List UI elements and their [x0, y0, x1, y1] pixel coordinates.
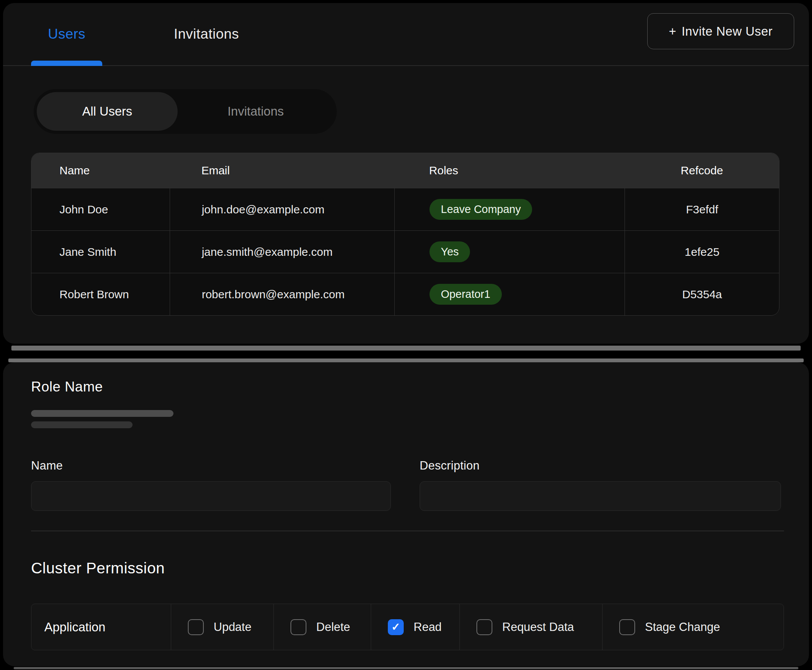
- request-data-checkbox[interactable]: ✓: [476, 619, 492, 635]
- role-card: Role Name Name Description Cluster Permi…: [3, 362, 809, 666]
- permission-row: Application ✓ Update ✓ Delete ✓ Read: [31, 604, 784, 650]
- role-description-input[interactable]: [420, 481, 781, 511]
- update-checkbox[interactable]: ✓: [188, 619, 204, 635]
- user-refcode: D5354a: [625, 273, 779, 315]
- delete-checkbox[interactable]: ✓: [290, 619, 306, 635]
- user-refcode: F3efdf: [625, 188, 779, 230]
- card-edge-divider: [8, 359, 804, 362]
- cluster-permission-title: Cluster Permission: [31, 559, 165, 577]
- role-badge[interactable]: Yes: [429, 241, 470, 262]
- role-badge[interactable]: Leave Company: [429, 199, 532, 220]
- user-name: Jane Smith: [31, 231, 170, 273]
- role-badge[interactable]: Operator1: [429, 284, 502, 305]
- plus-icon: +: [669, 24, 677, 39]
- user-name: Robert Brown: [31, 273, 170, 315]
- section-divider: [31, 531, 784, 531]
- column-header-refcode: Refcode: [625, 153, 779, 188]
- card-edge-divider: [11, 345, 801, 350]
- active-tab-indicator: [31, 61, 102, 66]
- read-checkbox[interactable]: ✓: [388, 619, 404, 635]
- role-name-input[interactable]: [31, 481, 391, 511]
- user-email: robert.brown@example.com: [170, 273, 394, 315]
- tab-bar: Users Invitations + Invite New User: [3, 3, 809, 66]
- table-row[interactable]: Robert Brown robert.brown@example.com Op…: [31, 273, 779, 315]
- stage-change-checkbox[interactable]: ✓: [619, 619, 635, 635]
- invite-new-user-button[interactable]: + Invite New User: [647, 13, 794, 49]
- skeleton-bar: [31, 410, 174, 417]
- skeleton-bar: [31, 421, 133, 428]
- table-header-row: Name Email Roles Refcode: [31, 153, 779, 188]
- user-email: jane.smith@example.com: [170, 231, 394, 273]
- permission-resource-label: Application: [31, 604, 171, 650]
- filter-all-users[interactable]: All Users: [37, 92, 177, 131]
- invite-new-user-label: Invite New User: [682, 24, 773, 39]
- permission-label: Read: [414, 620, 442, 634]
- column-header-roles: Roles: [394, 153, 625, 188]
- permission-cell-update: ✓ Update: [171, 604, 273, 650]
- column-header-email: Email: [170, 153, 394, 188]
- page: Users Invitations + Invite New User All …: [0, 0, 812, 670]
- user-refcode: 1efe25: [625, 231, 779, 273]
- roles-cell: Operator1: [394, 273, 625, 315]
- roles-cell: Leave Company: [394, 188, 625, 230]
- table-row[interactable]: Jane Smith jane.smith@example.com Yes 1e…: [31, 230, 779, 273]
- permission-label: Update: [214, 620, 252, 634]
- card-edge-divider: [14, 667, 798, 669]
- description-field-label: Description: [420, 459, 479, 472]
- user-name: John Doe: [31, 188, 170, 230]
- filter-invitations[interactable]: Invitations: [177, 92, 334, 131]
- user-email: john.doe@example.com: [170, 188, 394, 230]
- permission-label: Stage Change: [645, 620, 720, 634]
- permission-cell-read: ✓ Read: [371, 604, 459, 650]
- tab-invitations[interactable]: Invitations: [136, 3, 277, 65]
- permission-cell-request-data: ✓ Request Data: [459, 604, 602, 650]
- permission-cell-delete: ✓ Delete: [273, 604, 371, 650]
- permission-label: Delete: [316, 620, 350, 634]
- users-table: Name Email Roles Refcode John Doe john.d…: [31, 153, 780, 316]
- checkmark-icon: ✓: [391, 622, 400, 633]
- column-header-name: Name: [31, 153, 170, 188]
- name-field-label: Name: [31, 459, 63, 472]
- users-filter-toggle: All Users Invitations: [34, 89, 337, 134]
- permission-label: Request Data: [502, 620, 574, 634]
- roles-cell: Yes: [394, 231, 625, 273]
- users-card: Users Invitations + Invite New User All …: [3, 3, 809, 344]
- permission-cell-stage-change: ✓ Stage Change: [602, 604, 783, 650]
- tab-users[interactable]: Users: [31, 3, 102, 65]
- role-name-title: Role Name: [31, 379, 103, 395]
- table-row[interactable]: John Doe john.doe@example.com Leave Comp…: [31, 188, 779, 230]
